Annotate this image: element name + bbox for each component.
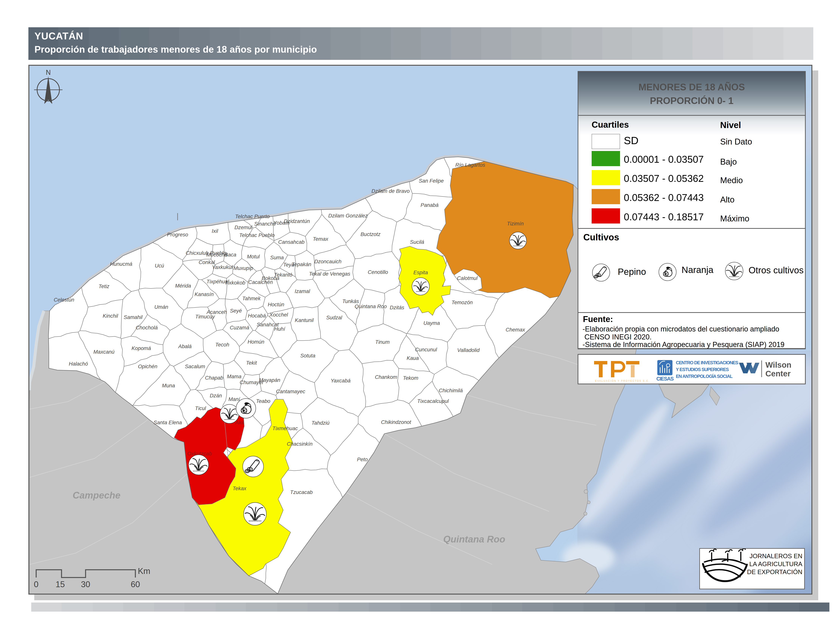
svg-text:15: 15 <box>56 580 65 589</box>
svg-text:Tekax: Tekax <box>233 485 247 491</box>
svg-text:Kaua: Kaua <box>407 355 419 361</box>
svg-text:Tekit: Tekit <box>246 360 257 366</box>
svg-text:Dzán: Dzán <box>210 393 222 399</box>
svg-text:Chapab: Chapab <box>205 375 223 381</box>
svg-text:Ticul: Ticul <box>195 405 206 411</box>
svg-text:Chacsinkín: Chacsinkín <box>287 441 312 447</box>
svg-text:Dzidzantún: Dzidzantún <box>284 218 310 224</box>
svg-text:Cansahcab: Cansahcab <box>278 239 304 245</box>
svg-text:Yaxkukul: Yaxkukul <box>212 264 233 270</box>
svg-text:Muna: Muna <box>162 383 175 388</box>
svg-text:Abalá: Abalá <box>178 343 191 349</box>
svg-text:Izamal: Izamal <box>295 288 310 294</box>
svg-text:Mocochá: Mocochá <box>206 252 227 258</box>
svg-text:Valladolid: Valladolid <box>457 347 480 353</box>
svg-text:Sucilá: Sucilá <box>410 239 424 245</box>
svg-text:Kopomá: Kopomá <box>132 345 151 351</box>
svg-text:Suma: Suma <box>270 254 284 261</box>
svg-text:Quintana Roo: Quintana Roo <box>443 534 505 544</box>
svg-text:0: 0 <box>34 580 39 589</box>
svg-text:Peto: Peto <box>357 456 368 462</box>
svg-text:Opichén: Opichén <box>138 364 157 369</box>
svg-text:Kinchil: Kinchil <box>103 313 118 319</box>
svg-text:Tetiz: Tetiz <box>98 283 109 289</box>
svg-text:Campeche: Campeche <box>73 490 121 501</box>
svg-text:Halachó: Halachó <box>69 361 88 367</box>
svg-text:Tekal de Venegas: Tekal de Venegas <box>309 271 350 277</box>
svg-text:Muxupip: Muxupip <box>233 265 253 271</box>
svg-text:60: 60 <box>131 580 140 589</box>
svg-text:30: 30 <box>81 580 90 589</box>
svg-text:Uayma: Uayma <box>423 320 440 326</box>
svg-text:Center: Center <box>765 369 791 378</box>
svg-text:Xocchel: Xocchel <box>269 312 288 318</box>
svg-text:Y ESTUDIOS SUPERIORES: Y ESTUDIOS SUPERIORES <box>676 367 729 372</box>
svg-text:Telchac Puerto: Telchac Puerto <box>235 214 270 219</box>
svg-text:EN ANTROPOLOGÍA SOCIAL: EN ANTROPOLOGÍA SOCIAL <box>676 374 733 379</box>
svg-text:Cenotillo: Cenotillo <box>368 269 388 275</box>
svg-text:N: N <box>46 69 51 76</box>
svg-text:JORNALEROS EN: JORNALEROS EN <box>749 552 802 560</box>
svg-text:Sinanché: Sinanché <box>254 221 276 227</box>
svg-text:Quintana Roo: Quintana Roo <box>355 303 387 309</box>
svg-text:Sanahcat: Sanahcat <box>257 322 279 327</box>
svg-text:Dzilam de Bravo: Dzilam de Bravo <box>371 188 410 194</box>
svg-text:LA AGRICULTURA: LA AGRICULTURA <box>749 560 802 567</box>
svg-text:Tixkokob: Tixkokob <box>225 280 245 286</box>
svg-text:Cuzamá: Cuzamá <box>230 325 249 330</box>
svg-text:Kanasín: Kanasín <box>195 291 214 297</box>
svg-text:Espita: Espita <box>413 269 428 275</box>
svg-text:Motul: Motul <box>247 254 260 259</box>
svg-text:Chemax: Chemax <box>506 327 525 333</box>
svg-text:CENTRO DE INVESTIGACIONES: CENTRO DE INVESTIGACIONES <box>676 360 738 365</box>
svg-text:Samahil: Samahil <box>124 314 143 320</box>
svg-text:Maní: Maní <box>228 396 240 402</box>
svg-text:Temozón: Temozón <box>452 299 473 305</box>
svg-text:Sotuta: Sotuta <box>300 353 315 359</box>
svg-text:Chocholá: Chocholá <box>136 325 158 330</box>
svg-text:Panabá: Panabá <box>421 202 439 208</box>
svg-text:Dzitás: Dzitás <box>390 304 404 311</box>
svg-text:Río Lagartos: Río Lagartos <box>455 162 485 168</box>
svg-text:Teabo: Teabo <box>256 398 270 404</box>
svg-text:Hoctún: Hoctún <box>268 301 284 308</box>
svg-text:Homún: Homún <box>248 339 264 345</box>
svg-text:CIESAS: CIESAS <box>656 376 674 382</box>
svg-text:Temax: Temax <box>313 236 328 242</box>
svg-text:Tahmek: Tahmek <box>242 295 261 301</box>
svg-text:EVALUACIÓN Y PROYECTOS S.C.: EVALUACIÓN Y PROYECTOS S.C. <box>595 379 650 382</box>
svg-text:San Felipe: San Felipe <box>419 178 444 184</box>
svg-text:Buctzotz: Buctzotz <box>360 231 381 237</box>
svg-text:Celestún: Celestún <box>54 297 74 303</box>
svg-text:Cantamayec: Cantamayec <box>276 388 306 394</box>
svg-text:Cuncunul: Cuncunul <box>415 347 437 353</box>
svg-text:Tecoh: Tecoh <box>215 342 229 348</box>
svg-text:Santa Elena: Santa Elena <box>154 420 182 425</box>
svg-text:Yaxcabá: Yaxcabá <box>331 378 351 383</box>
svg-text:Tixcacalcupul: Tixcacalcupul <box>417 398 449 404</box>
svg-text:Chikindzonot: Chikindzonot <box>381 419 412 425</box>
svg-text:Tepakán: Tepakán <box>291 261 312 267</box>
svg-text:Km: Km <box>138 566 150 576</box>
svg-text:Tekom: Tekom <box>403 375 418 381</box>
svg-text:Sudzal: Sudzal <box>326 315 342 320</box>
svg-text:Baca: Baca <box>225 252 236 258</box>
svg-text:Calotmul: Calotmul <box>457 275 478 281</box>
svg-text:Hunucmá: Hunucmá <box>110 261 132 267</box>
svg-text:Hocabá: Hocabá <box>248 313 266 319</box>
svg-text:Dzoncauich: Dzoncauich <box>314 259 341 264</box>
svg-text:Ixil: Ixil <box>212 228 218 234</box>
svg-text:Ucú: Ucú <box>155 263 164 269</box>
svg-text:Seyé: Seyé <box>230 308 242 314</box>
svg-text:Wilson: Wilson <box>765 361 791 369</box>
svg-text:Kantunil: Kantunil <box>295 317 314 323</box>
svg-text:Tinum: Tinum <box>375 339 390 345</box>
svg-text:Mérida: Mérida <box>175 283 191 289</box>
svg-text:Tizimín: Tizimín <box>507 221 524 227</box>
svg-text:Umán: Umán <box>154 304 168 310</box>
svg-text:Maxcanú: Maxcanú <box>93 349 114 355</box>
svg-text:Chankom: Chankom <box>375 374 397 380</box>
svg-text:Timucuy: Timucuy <box>195 314 215 320</box>
svg-text:Chumayel: Chumayel <box>240 379 263 385</box>
svg-text:Dzilam González: Dzilam González <box>328 213 368 219</box>
